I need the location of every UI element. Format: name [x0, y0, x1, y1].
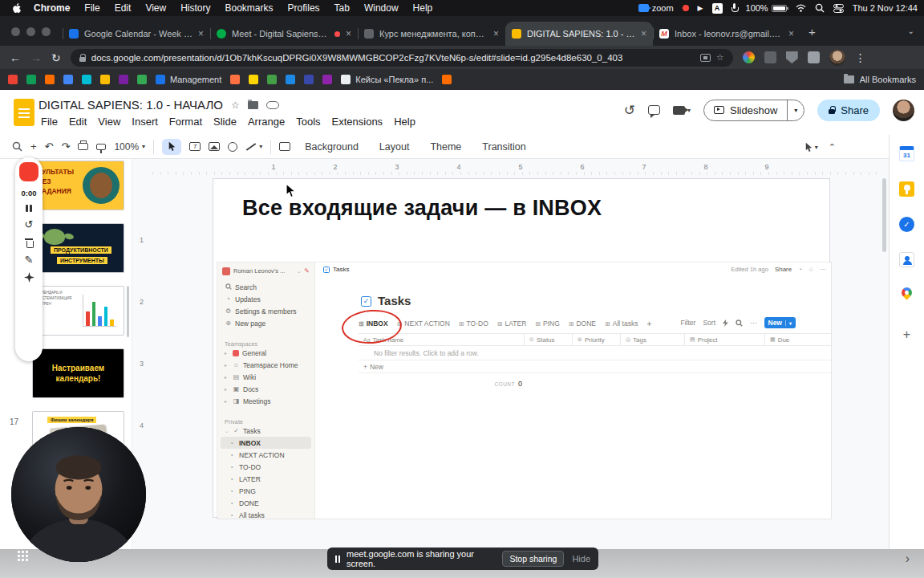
column-due[interactable]: ▦Due — [764, 334, 831, 345]
view-tab-all-tasks[interactable]: ⊞All tasks — [605, 320, 638, 328]
print-icon[interactable] — [78, 143, 88, 150]
search-icon[interactable] — [736, 320, 743, 327]
bookmark-favicon[interactable] — [304, 75, 314, 84]
bookmark-favicon[interactable] — [100, 75, 110, 84]
back-icon[interactable]: ← — [10, 51, 21, 64]
new-tab-button[interactable]: + — [808, 25, 816, 39]
webcam-bubble[interactable] — [11, 427, 146, 562]
menubar-file[interactable]: File — [77, 2, 107, 14]
url-text[interactable]: docs.google.com/presentation/d/1Ob7khKsc… — [91, 53, 695, 63]
sidebar-item-done[interactable]: •DONE — [217, 497, 314, 509]
menu-extensions[interactable]: Extensions — [326, 114, 389, 129]
insert-line-tool[interactable]: ▾ — [245, 143, 262, 150]
notion-search[interactable]: Search — [217, 281, 314, 293]
automation-bolt-icon[interactable] — [723, 320, 728, 327]
stop-sharing-button[interactable]: Stop sharing — [502, 551, 564, 567]
menu-format[interactable]: Format — [164, 114, 208, 129]
sidebar-item-later[interactable]: •LATER — [217, 473, 314, 485]
sidebar-item-meetings[interactable]: ▸◨Meetings — [217, 395, 314, 407]
version-history-icon[interactable]: ↺ — [624, 102, 635, 119]
filter-button[interactable]: Filter — [681, 319, 696, 327]
profile-avatar[interactable] — [829, 50, 845, 66]
battery-status[interactable]: 100% — [746, 3, 787, 13]
close-tab-icon[interactable]: × — [493, 28, 499, 39]
menu-tools[interactable]: Tools — [290, 114, 326, 129]
spotlight-search-icon[interactable] — [815, 3, 825, 13]
close-tab-icon[interactable]: × — [346, 28, 351, 39]
collapse-toolbar-icon[interactable]: ⌃ — [829, 142, 836, 153]
tab-search-chevron-icon[interactable]: ⌄ — [908, 26, 914, 35]
insert-shape-icon[interactable] — [228, 142, 237, 152]
notion-workspace-switcher[interactable]: Roman Leonov's ... ⌄ ✎ — [217, 264, 314, 278]
notion-new-page[interactable]: ⊕New page — [217, 317, 314, 329]
sidebar-item-inbox[interactable]: •INBOX — [221, 437, 311, 449]
select-tool-button[interactable] — [162, 139, 181, 155]
extension-gray-icon[interactable] — [764, 51, 776, 63]
column-tags[interactable]: ◎Tags — [620, 334, 684, 345]
undo-icon[interactable]: ↶ — [45, 140, 54, 153]
view-tab-ping[interactable]: ⊞PING — [535, 320, 559, 328]
menu-view[interactable]: View — [92, 114, 126, 129]
delete-recording-icon[interactable] — [25, 237, 33, 247]
add-row-button[interactable]: +New — [359, 360, 831, 373]
bookmark-favicon[interactable] — [267, 75, 277, 84]
sidebar-item-tasks[interactable]: ⌄✓Tasks — [217, 425, 314, 437]
maps-panel-icon[interactable] — [899, 285, 914, 299]
column-priority[interactable]: ⊜Priority — [572, 334, 620, 345]
sidebar-item-next-action[interactable]: •NEXT ACTION — [217, 449, 314, 461]
effects-sparkle-icon[interactable] — [24, 272, 34, 283]
bookmark-favicon[interactable] — [45, 75, 55, 84]
menubar-bookmarks[interactable]: Bookmarks — [218, 2, 281, 14]
cloud-status-icon[interactable] — [266, 101, 279, 109]
send-to-devices-icon[interactable] — [700, 54, 711, 62]
sidebar-item-docs[interactable]: ▸▣Docs — [217, 383, 314, 395]
sidebar-item-wiki[interactable]: ▸▤Wiki — [217, 371, 314, 383]
reload-icon[interactable]: ↻ — [51, 51, 61, 64]
count-footer[interactable]: COUNT0 — [458, 375, 522, 389]
omnibox[interactable]: docs.google.com/presentation/d/1Ob7khKsc… — [71, 49, 733, 67]
pause-sharing-icon[interactable] — [335, 556, 340, 563]
view-tab-done[interactable]: ⊞DONE — [569, 320, 596, 328]
transition-button[interactable]: Transition — [476, 139, 532, 155]
add-addon-icon[interactable]: + — [903, 328, 910, 342]
sidebar-item-all-tasks[interactable]: •All tasks — [217, 509, 314, 521]
control-center-icon[interactable] — [833, 4, 844, 13]
record-button[interactable] — [19, 162, 38, 181]
slideshow-button[interactable]: Slideshow — [704, 100, 787, 120]
recording-dot-icon[interactable] — [683, 5, 689, 11]
bookmark-favicon[interactable] — [119, 75, 128, 84]
close-tab-icon[interactable]: × — [198, 28, 204, 39]
view-tab-later[interactable]: ⊞LATER — [497, 320, 526, 328]
view-tab-to-do[interactable]: ⊞TO-DO — [459, 320, 488, 328]
extension-shield-icon[interactable] — [786, 51, 798, 63]
keep-panel-icon[interactable] — [899, 181, 914, 197]
minimize-window-button[interactable] — [26, 27, 35, 36]
all-bookmarks[interactable]: All Bookmarks — [844, 75, 916, 84]
menubar-clock[interactable]: Thu 2 Nov 12:44 — [853, 3, 918, 13]
slide-thumbnail[interactable]: Настраиваем календарь! — [32, 348, 124, 398]
bookmark-star-icon[interactable]: ☆ — [716, 52, 724, 63]
microphone-icon[interactable] — [732, 3, 737, 13]
slide-thumbnail[interactable]: Календарь и систематизация встреч — [32, 286, 124, 336]
menu-edit[interactable]: Edit — [63, 114, 92, 129]
extensions-puzzle-icon[interactable] — [808, 51, 820, 63]
insert-image-icon[interactable] — [209, 142, 220, 151]
slide-thumbnail[interactable]: ПРОДУКТИВНОСТИ ИНСТРУМЕНТЫ — [32, 223, 124, 273]
bookmark-favicon[interactable] — [8, 75, 18, 84]
zoom-menubar-item[interactable]: zoom — [638, 3, 674, 13]
pointer-options[interactable]: ▾ — [805, 142, 818, 153]
forward-icon[interactable]: → — [30, 51, 42, 64]
canvas-scrollbar[interactable] — [882, 178, 886, 252]
app-grid-icon[interactable] — [18, 551, 29, 562]
layout-button[interactable]: Layout — [373, 139, 416, 155]
pause-button[interactable] — [26, 205, 32, 212]
bookmark-favicon[interactable] — [82, 75, 91, 84]
filmstrip-scrollbar[interactable] — [127, 286, 129, 337]
notion-breadcrumb[interactable]: ✓Tasks — [323, 266, 349, 273]
menubar-history[interactable]: History — [173, 2, 217, 14]
text-box-tool-icon[interactable] — [189, 142, 201, 151]
menubar-tab[interactable]: Tab — [327, 2, 357, 14]
annotate-pencil-icon[interactable]: ✎ — [25, 254, 34, 265]
bookmark-favicon[interactable] — [230, 75, 240, 84]
contacts-panel-icon[interactable] — [899, 252, 914, 267]
